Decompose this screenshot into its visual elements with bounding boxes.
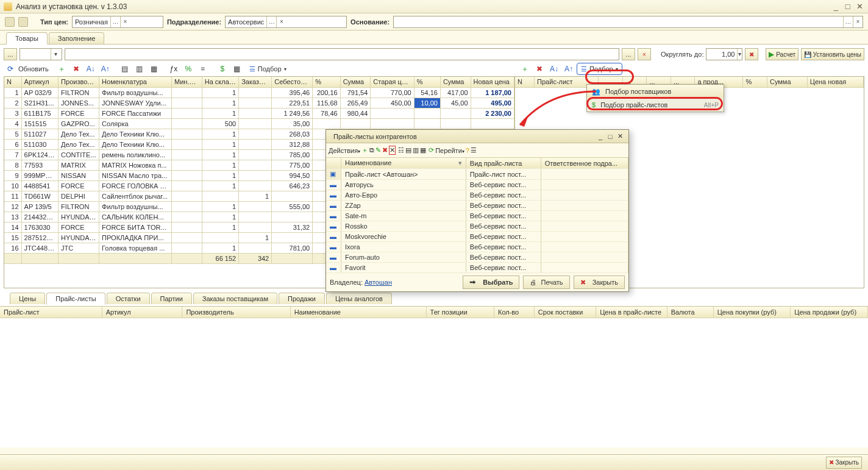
dialog-toolbar: Действия▾ ＋ ⧉ ✎ ✖ ✕ ☷ ▤ ▥ ▦ ⟳ Перейти▾ ?… <box>326 143 628 158</box>
menu-pick-pricelists[interactable]: $ Подбор прайс-листов Alt+P <box>587 98 724 112</box>
tab-prices[interactable]: Цены <box>10 293 45 304</box>
tab-batches[interactable]: Партии <box>151 293 192 304</box>
list-item[interactable]: ▬MoskvorechieВеб-сервис пост... <box>326 232 628 242</box>
chevron-down-icon[interactable]: ▾ <box>737 49 742 60</box>
add-icon[interactable]: ＋ <box>518 63 532 75</box>
math-icon[interactable]: ƒx <box>167 63 180 75</box>
ellipsis-icon[interactable]: … <box>110 16 120 27</box>
calendar-icon[interactable]: ▦ <box>230 63 244 75</box>
edit-icon[interactable]: ✎ <box>375 146 381 154</box>
add-icon[interactable]: ＋ <box>361 146 368 155</box>
subdivision-label: Подразделение: <box>167 18 221 26</box>
help-icon[interactable]: ? <box>466 147 469 154</box>
window-titlebar: Анализ и установка цен. v 1.3.03 _ □ ✕ <box>0 0 868 13</box>
window-title: Анализ и установка цен. v 1.3.03 <box>16 2 831 11</box>
filter-icon[interactable]: ▤ <box>405 146 411 154</box>
actions-button[interactable]: Действия▾ <box>329 147 360 154</box>
list-item[interactable]: ▬Sate-mВеб-сервис пост... <box>326 211 628 221</box>
search-mode-combo[interactable]: ▾ <box>20 48 62 60</box>
tab-fill[interactable]: Заполнение <box>49 32 105 44</box>
hierarchy-icon[interactable]: ☷ <box>398 146 404 154</box>
currency-icon[interactable]: $ <box>216 63 229 75</box>
list-item[interactable]: ▬RosskoВеб-сервис пост... <box>326 221 628 232</box>
table-row[interactable]: 3611B175FORCEFORCE Пассатижи11 249,5678,… <box>4 108 514 118</box>
dialog-maximize-icon[interactable]: □ <box>605 133 615 140</box>
add-icon[interactable]: ＋ <box>55 63 68 75</box>
table-row[interactable]: 4151515GAZPRO...Солярка50035,00 <box>4 118 514 129</box>
close-icon: ✖ <box>829 459 834 466</box>
close-button[interactable]: ✖ Закрыть <box>826 457 862 469</box>
clear-icon[interactable]: × <box>853 16 863 27</box>
tab-remains[interactable]: Остатки <box>107 293 150 304</box>
refresh-icon[interactable]: ⟳ <box>4 63 17 75</box>
search-clear-button[interactable]: × <box>638 48 651 60</box>
delete-icon[interactable]: ✖ <box>69 63 83 75</box>
round-combo[interactable]: 1,00 ▾ <box>706 48 742 60</box>
list-item[interactable]: ▬Авто-ЕвроВеб-сервис пост... <box>326 190 628 201</box>
detail-grid[interactable]: Прайс-листАртикулПроизводительНаименован… <box>0 307 868 318</box>
list-item[interactable]: ▬ZZapВеб-сервис пост... <box>326 201 628 211</box>
table-row[interactable]: 2S21H31...JONNES...JONNESWAY Удли...1229… <box>4 98 514 108</box>
list-item[interactable]: ▬IxoraВеб-сервис пост... <box>326 242 628 252</box>
calc-button[interactable]: ▶ Расчет <box>766 48 799 60</box>
ellipsis-icon[interactable]: … <box>843 16 853 27</box>
tab-orders[interactable]: Заказы поставщикам <box>193 293 277 304</box>
window-close-icon[interactable]: ✕ <box>855 2 864 11</box>
owner-link[interactable]: Автошан <box>365 279 392 286</box>
delete-icon[interactable]: ✖ <box>382 146 388 154</box>
menu-pick-suppliers[interactable]: 👥 Подбор поставщиков <box>587 85 724 98</box>
clear-icon[interactable]: × <box>120 16 130 27</box>
dialog-close-button[interactable]: ✖ Закрыть <box>574 276 625 289</box>
filter3-icon[interactable]: ▦ <box>148 63 161 75</box>
filter3-icon[interactable]: ▦ <box>420 146 426 154</box>
settings-icon[interactable]: ☰ <box>471 146 477 154</box>
chevron-down-icon[interactable]: ▾ <box>51 49 60 60</box>
search-input[interactable] <box>65 48 619 60</box>
price-type-label: Тип цен: <box>40 18 68 26</box>
clear-icon[interactable]: × <box>276 16 286 27</box>
list-item[interactable]: ▬АвторусьВеб-сервис пост... <box>326 180 628 190</box>
action-icon-1[interactable] <box>5 17 15 27</box>
dialog-grid[interactable]: Наименование ▾Вид прайс-листаОтветственн… <box>326 158 628 273</box>
filter-icon[interactable]: ▤ <box>118 63 132 75</box>
print-button[interactable]: 🖨 Печать <box>523 276 569 289</box>
round-clear-button[interactable]: ✖ <box>745 48 758 60</box>
copy-icon[interactable]: ⧉ <box>369 146 374 154</box>
action-icon-2[interactable] <box>18 17 28 27</box>
select-button[interactable]: ⮕ Выбрать <box>463 276 519 289</box>
goto-button[interactable]: Перейти▾ <box>435 147 464 154</box>
percent-icon[interactable]: % <box>182 63 195 75</box>
filter2-icon[interactable]: ▥ <box>133 63 146 75</box>
sort-desc-icon[interactable]: A↑ <box>562 63 575 75</box>
basis-combo[interactable]: … × <box>393 16 863 28</box>
search-ellipsis-button[interactable]: … <box>622 48 635 60</box>
table-row[interactable]: 1AP 032/9FILTRONФильтр воздушны...1395,4… <box>4 87 514 98</box>
dots-button[interactable]: … <box>4 48 17 60</box>
list-item[interactable]: ▬FavoritВеб-сервис пост... <box>326 263 628 273</box>
refresh-icon[interactable]: ⟳ <box>429 146 434 154</box>
dialog-close-icon[interactable]: ✕ <box>615 132 625 140</box>
dialog-minimize-icon[interactable]: _ <box>596 133 605 140</box>
list-item[interactable]: ▣Прайс-лист <Автошан>Прайс-лист пост... <box>326 169 628 180</box>
tab-analogs[interactable]: Цены аналогов <box>326 293 392 304</box>
price-type-combo[interactable]: Розничная … × <box>72 16 163 28</box>
tab-goods[interactable]: Товары <box>6 32 48 45</box>
ellipsis-icon[interactable]: … <box>266 16 276 27</box>
sort-asc-icon[interactable]: A↓ <box>84 63 98 75</box>
tab-sales[interactable]: Продажи <box>279 293 325 304</box>
window-minimize-icon[interactable]: _ <box>831 2 841 11</box>
delete-icon[interactable]: ✖ <box>533 63 546 75</box>
mark-icon[interactable]: ✕ <box>389 146 396 155</box>
pick-right-button[interactable]: ☰ Подбор▾ <box>577 63 622 75</box>
window-maximize-icon[interactable]: □ <box>843 2 853 11</box>
pick-button[interactable]: ☰ Подбор▾ <box>245 63 291 75</box>
right-toolbar: ＋ ✖ A↓ A↑ ☰ Подбор▾ <box>514 63 864 75</box>
equal-icon[interactable]: = <box>196 63 210 75</box>
sort-asc-icon[interactable]: A↓ <box>547 63 561 75</box>
set-prices-button[interactable]: 💾 Установить цены <box>801 48 864 60</box>
sort-desc-icon[interactable]: A↑ <box>99 63 112 75</box>
tab-pricelists[interactable]: Прайс-листы <box>46 293 105 305</box>
list-item[interactable]: ▬Forum-autoВеб-сервис пост... <box>326 252 628 263</box>
filter2-icon[interactable]: ▥ <box>413 146 419 154</box>
subdivision-combo[interactable]: Автосервис … × <box>225 16 347 28</box>
